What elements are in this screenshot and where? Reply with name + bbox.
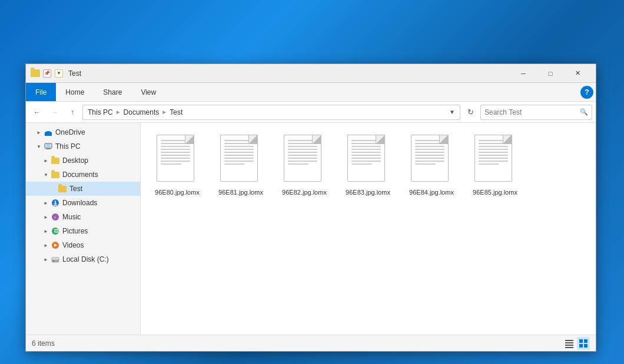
sidebar-item-documents[interactable]: ▼ Documents	[26, 168, 140, 182]
breadcrumb-bar[interactable]: This PC ► Documents ► Test ▼	[82, 105, 460, 120]
svg-rect-23	[565, 342, 573, 343]
status-bar: 6 items	[26, 335, 596, 351]
status-item-count: 6 items	[32, 339, 55, 348]
file-icon-3	[347, 135, 389, 185]
menu-tab-view[interactable]: View	[131, 83, 165, 101]
search-input[interactable]	[484, 108, 580, 116]
up-button[interactable]: ↑	[65, 105, 80, 120]
menu-bar: File Home Share View ?	[26, 83, 596, 102]
computer-icon	[44, 142, 53, 151]
back-button[interactable]: ←	[29, 105, 45, 120]
sidebar-item-music[interactable]: ► ♪ Music	[26, 210, 140, 224]
sidebar-label-videos: Videos	[62, 241, 84, 249]
sidebar-item-onedrive[interactable]: ► OneDrive	[26, 125, 140, 139]
sidebar-item-this-pc[interactable]: ▼ This PC	[26, 139, 140, 153]
details-view-button[interactable]	[563, 337, 576, 350]
sidebar-label-music: Music	[62, 213, 81, 221]
folder-icon-title	[31, 69, 40, 78]
minimize-button[interactable]: ─	[510, 64, 537, 83]
refresh-button[interactable]: ↻	[463, 105, 478, 120]
file-item[interactable]: 96E81.jpg.lomx	[211, 130, 270, 199]
file-name-0: 96E80.jpg.lomx	[155, 188, 200, 196]
file-icon-4	[411, 135, 452, 185]
file-name-3: 96E83.jpg.lomx	[346, 188, 390, 196]
sidebar-item-videos[interactable]: ► Videos	[26, 238, 140, 252]
svg-rect-3	[45, 133, 52, 136]
file-name-4: 96E84.jpg.lomx	[409, 188, 454, 196]
nav-bar: ← → ↑ This PC ► Documents ► Test ▼ ↻ 🔍	[26, 102, 596, 123]
sidebar-item-local-disk[interactable]: ► Local Disk (C:)	[26, 252, 140, 266]
file-item[interactable]: 96E84.jpg.lomx	[402, 130, 461, 199]
maximize-button[interactable]: □	[537, 64, 564, 83]
breadcrumb-dropdown-icon: ▼	[449, 109, 455, 115]
search-box[interactable]: 🔍	[480, 105, 592, 120]
expand-arrow-downloads: ►	[42, 199, 49, 206]
sidebar-label-downloads: Downloads	[62, 199, 97, 207]
downloads-icon	[51, 198, 60, 208]
title-bar-icons: 📌 ▼	[31, 69, 64, 78]
pin-icon: 📌	[42, 69, 52, 78]
expand-arrow-documents: ▼	[42, 171, 49, 178]
menu-bar-right: ?	[580, 86, 596, 99]
expand-arrow-this-pc: ▼	[35, 143, 42, 150]
breadcrumb-sep-2: ►	[161, 109, 167, 115]
breadcrumb-sep-1: ►	[115, 109, 121, 115]
explorer-window: 📌 ▼ Test ─ □ ✕ File Home Share View ? ← …	[25, 64, 596, 352]
breadcrumb-documents: Documents	[124, 108, 160, 116]
menu-tab-home[interactable]: Home	[56, 83, 94, 101]
expand-arrow-onedrive: ►	[35, 129, 42, 136]
window-controls: ─ □ ✕	[510, 64, 591, 83]
sidebar: ► OneDrive ▼ This PC ► Deskto	[26, 123, 141, 335]
svg-rect-24	[565, 345, 573, 346]
file-name-5: 96E85.jpg.lomx	[473, 188, 517, 196]
expand-arrow-pictures: ►	[42, 228, 49, 235]
svg-text:🖼: 🖼	[54, 229, 58, 234]
svg-rect-28	[579, 344, 583, 348]
file-name-1: 96E81.jpg.lomx	[218, 188, 263, 196]
sidebar-item-test[interactable]: ► Test	[26, 182, 140, 196]
svg-rect-29	[584, 344, 588, 348]
sidebar-label-test: Test	[69, 185, 82, 193]
title-bar: 📌 ▼ Test ─ □ ✕	[26, 64, 596, 83]
documents-folder-icon	[51, 170, 60, 179]
svg-text:♪: ♪	[54, 215, 56, 220]
sidebar-item-downloads[interactable]: ► Downloads	[26, 196, 140, 210]
svg-rect-27	[584, 339, 588, 343]
menu-tab-file[interactable]: File	[26, 83, 56, 101]
svg-point-21	[53, 261, 54, 262]
file-area: 96E80.jpg.lomx 96E81.jpg.lomx	[141, 123, 596, 335]
sidebar-item-pictures[interactable]: ► 🖼 Pictures	[26, 224, 140, 238]
svg-rect-6	[47, 148, 50, 149]
menu-tab-share[interactable]: Share	[94, 83, 131, 101]
sidebar-label-local-disk: Local Disk (C:)	[62, 255, 109, 263]
disk-icon	[51, 255, 60, 264]
help-button[interactable]: ?	[580, 86, 593, 99]
close-button[interactable]: ✕	[564, 64, 591, 83]
sidebar-label-pictures: Pictures	[62, 227, 88, 235]
breadcrumb-this-pc: This PC	[88, 108, 113, 116]
file-item[interactable]: 96E85.jpg.lomx	[466, 130, 525, 199]
search-icon[interactable]: 🔍	[580, 108, 588, 116]
file-item[interactable]: 96E83.jpg.lomx	[338, 130, 397, 199]
videos-icon	[51, 241, 60, 250]
svg-rect-5	[46, 144, 51, 148]
sidebar-label-onedrive: OneDrive	[55, 128, 85, 136]
desktop-folder-icon	[51, 156, 60, 165]
file-icon-2	[284, 135, 325, 185]
tiles-view-button[interactable]	[577, 337, 590, 350]
expand-arrow-desktop: ►	[42, 157, 49, 164]
file-grid: 96E80.jpg.lomx 96E81.jpg.lomx	[148, 130, 589, 199]
window-title: Test	[68, 69, 510, 78]
test-folder-icon	[58, 184, 67, 193]
svg-rect-7	[46, 149, 51, 149]
file-item[interactable]: 96E80.jpg.lomx	[148, 130, 207, 199]
forward-button[interactable]: →	[47, 105, 62, 120]
breadcrumb-test: Test	[170, 108, 182, 116]
sidebar-item-desktop[interactable]: ► Desktop	[26, 153, 140, 168]
file-icon-5	[474, 135, 516, 185]
file-item[interactable]: 96E82.jpg.lomx	[275, 130, 334, 199]
music-icon: ♪	[51, 212, 60, 222]
svg-rect-25	[565, 347, 573, 348]
file-name-2: 96E82.jpg.lomx	[282, 188, 327, 196]
status-view-controls	[563, 337, 590, 350]
